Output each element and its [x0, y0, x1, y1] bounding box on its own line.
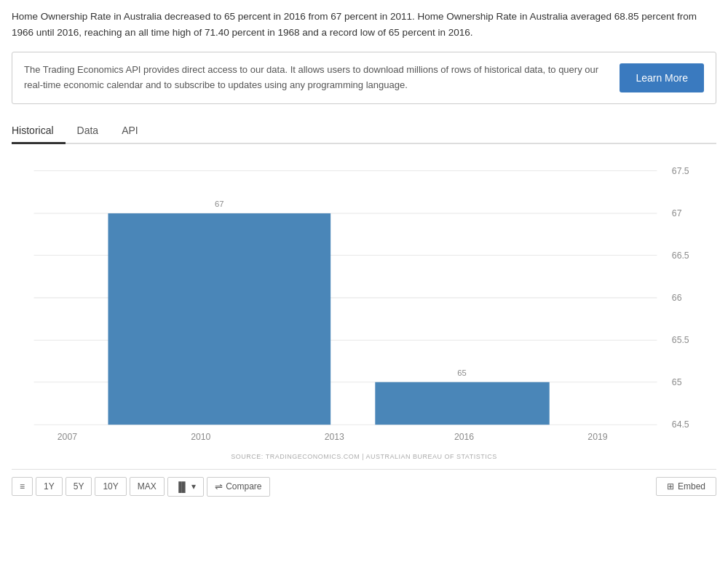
compare-button[interactable]: ⇌ Compare — [207, 477, 269, 497]
10y-button[interactable]: 10Y — [95, 477, 126, 496]
chart-type-arrow: ▾ — [191, 481, 196, 492]
chart-type-icon: ▐▌ — [175, 481, 189, 492]
x-label-2019: 2019 — [587, 431, 607, 441]
chart-type-button[interactable]: ▐▌ ▾ — [167, 477, 204, 497]
y-label-67_5: 67.5 — [672, 165, 689, 175]
x-label-2010: 2010 — [191, 431, 210, 441]
toolbar: ≡ 1Y 5Y 10Y MAX ▐▌ ▾ ⇌ Compare ⊞ Embed — [12, 469, 716, 502]
main-container: Home Ownership Rate in Australia decreas… — [0, 0, 728, 511]
source-text: SOURCE: TRADINGECONOMICS.COM | AUSTRALIA… — [12, 453, 716, 460]
x-label-2007: 2007 — [58, 431, 77, 441]
menu-icon: ≡ — [20, 481, 25, 492]
bar-label-2010: 67 — [215, 199, 223, 208]
y-label-65_5: 65.5 — [672, 335, 689, 345]
bar-2010 — [108, 213, 331, 425]
chart-svg: 67.5 67 66.5 66 65.5 65 64.5 2007 2010 2… — [12, 156, 716, 447]
embed-icon: ⊞ — [667, 481, 674, 492]
tab-historical[interactable]: Historical — [12, 119, 66, 144]
x-label-2013: 2013 — [325, 431, 344, 441]
y-label-66: 66 — [672, 293, 682, 303]
tab-data[interactable]: Data — [66, 119, 111, 144]
10y-label: 10Y — [103, 481, 118, 492]
api-banner-text: The Trading Economics API provides direc… — [24, 63, 605, 93]
description-text: Home Ownership Rate in Australia decreas… — [12, 9, 716, 40]
1y-button[interactable]: 1Y — [36, 477, 63, 496]
x-label-2016: 2016 — [454, 431, 474, 441]
chart-area: 67.5 67 66.5 66 65.5 65 64.5 2007 2010 2… — [12, 156, 716, 447]
y-label-64_5: 64.5 — [672, 419, 689, 430]
compare-icon: ⇌ — [215, 481, 223, 492]
learn-more-button[interactable]: Learn More — [620, 63, 704, 92]
api-banner: The Trading Economics API provides direc… — [12, 52, 716, 104]
bar-2016 — [375, 382, 549, 425]
max-label: MAX — [138, 481, 157, 492]
max-button[interactable]: MAX — [130, 477, 165, 496]
menu-button[interactable]: ≡ — [12, 477, 33, 496]
y-label-67: 67 — [672, 208, 682, 218]
5y-button[interactable]: 5Y — [66, 477, 92, 496]
5y-label: 5Y — [74, 481, 84, 492]
embed-button[interactable]: ⊞ Embed — [656, 477, 716, 496]
y-label-66_5: 66.5 — [672, 250, 689, 260]
tab-api[interactable]: API — [110, 119, 150, 144]
compare-label: Compare — [226, 481, 261, 492]
tabs-container: Historical Data API — [12, 119, 716, 144]
y-label-65: 65 — [672, 377, 682, 387]
1y-label: 1Y — [44, 481, 55, 492]
bar-label-2016: 65 — [457, 368, 466, 376]
embed-label: Embed — [678, 481, 705, 492]
